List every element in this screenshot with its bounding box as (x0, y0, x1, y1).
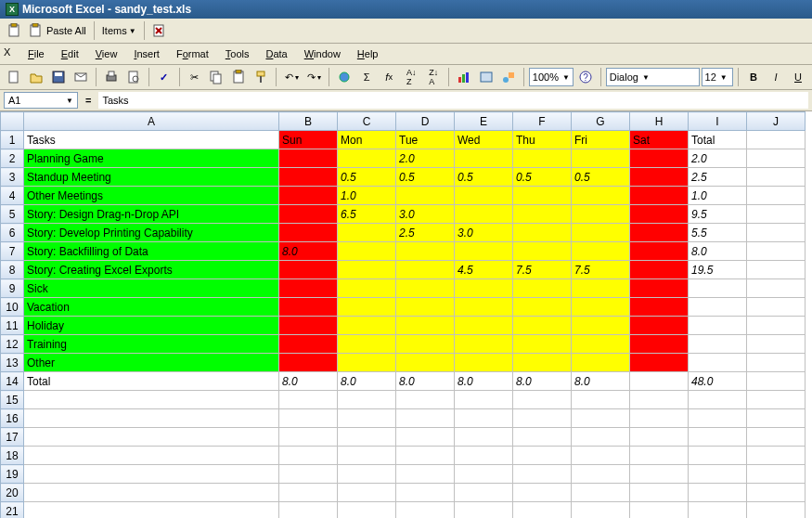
cell[interactable] (513, 409, 572, 428)
cut-icon[interactable]: ✂ (184, 67, 204, 87)
row-header[interactable]: 20 (1, 484, 24, 502)
cell[interactable] (455, 428, 513, 447)
font-size-select[interactable]: 12▼ (702, 68, 734, 86)
cell[interactable] (455, 502, 513, 519)
menu-insert[interactable]: Insert (126, 45, 167, 62)
cell[interactable]: 0.5 (396, 168, 455, 187)
cell[interactable]: Story: Develop Printing Capability (24, 224, 279, 242)
menu-file[interactable]: File (20, 45, 52, 62)
cell[interactable] (338, 279, 396, 298)
cell[interactable] (747, 335, 806, 354)
cell[interactable] (455, 354, 513, 372)
cell[interactable] (338, 261, 396, 279)
row-header[interactable]: 21 (1, 502, 24, 519)
undo-icon[interactable]: ↶▾ (281, 67, 302, 87)
cell[interactable] (513, 205, 572, 224)
cell[interactable] (455, 484, 513, 502)
cell[interactable] (572, 447, 630, 465)
cell[interactable] (338, 484, 396, 502)
cell[interactable] (513, 335, 572, 354)
col-header[interactable]: G (572, 112, 630, 131)
cell[interactable] (279, 391, 338, 409)
cell[interactable] (513, 298, 572, 317)
cell[interactable] (513, 354, 572, 372)
print-preview-icon[interactable] (123, 67, 144, 87)
cell[interactable]: 8.0 (279, 372, 338, 391)
clipboard-close-icon[interactable] (149, 20, 170, 41)
cell[interactable] (279, 428, 338, 447)
cell[interactable] (279, 168, 338, 187)
cell[interactable] (24, 502, 279, 519)
row-header[interactable]: 3 (1, 168, 24, 187)
select-all-corner[interactable] (1, 112, 24, 131)
cell[interactable]: Story: Creating Excel Exports (24, 261, 279, 279)
function-icon[interactable]: fx (379, 67, 399, 87)
items-dropdown[interactable]: Items▼ (99, 20, 139, 41)
open-icon[interactable] (26, 67, 46, 87)
cell[interactable] (455, 279, 513, 298)
cell[interactable] (279, 354, 338, 372)
cell[interactable] (455, 298, 513, 317)
col-header[interactable]: E (455, 112, 513, 131)
menu-format[interactable]: Format (169, 45, 216, 62)
cell[interactable]: 4.5 (455, 261, 513, 279)
cell[interactable] (747, 372, 806, 391)
cell[interactable]: Total (689, 131, 747, 149)
zoom-select[interactable]: 100%▼ (529, 68, 574, 86)
cell[interactable] (455, 149, 513, 168)
row-header[interactable]: 7 (1, 242, 24, 261)
cell[interactable] (630, 409, 689, 428)
cell[interactable]: Sat (630, 131, 689, 149)
cell[interactable] (338, 242, 396, 261)
cell[interactable] (338, 428, 396, 447)
cell[interactable] (338, 391, 396, 409)
col-header[interactable]: J (747, 112, 806, 131)
row-header[interactable]: 15 (1, 391, 24, 409)
cell[interactable] (689, 317, 747, 335)
cell[interactable] (572, 465, 630, 484)
cell[interactable] (513, 242, 572, 261)
menu-window[interactable]: Window (297, 45, 348, 62)
cell[interactable] (572, 391, 630, 409)
cell[interactable] (513, 502, 572, 519)
cell[interactable]: 1.0 (689, 187, 747, 205)
cell[interactable] (279, 317, 338, 335)
cell[interactable] (513, 391, 572, 409)
cell[interactable] (689, 335, 747, 354)
drawing-icon[interactable] (498, 67, 519, 87)
cell[interactable] (396, 335, 455, 354)
cell[interactable]: Tasks (24, 131, 279, 149)
cell[interactable]: Other Meetings (24, 187, 279, 205)
menu-data[interactable]: Data (258, 45, 294, 62)
menu-view[interactable]: View (88, 45, 125, 62)
cell[interactable]: 8.0 (513, 372, 572, 391)
cell[interactable] (513, 317, 572, 335)
cell[interactable] (455, 317, 513, 335)
cell[interactable]: 7.5 (572, 261, 630, 279)
cell[interactable] (572, 242, 630, 261)
cell[interactable] (572, 224, 630, 242)
cell[interactable] (630, 428, 689, 447)
name-box[interactable]: A1▼ (4, 92, 78, 109)
cell[interactable] (747, 428, 806, 447)
col-header[interactable]: F (513, 112, 572, 131)
cell[interactable] (396, 465, 455, 484)
spell-check-icon[interactable]: ✓ (154, 67, 174, 87)
cell[interactable] (689, 391, 747, 409)
cell[interactable] (279, 224, 338, 242)
cell[interactable] (689, 428, 747, 447)
cell[interactable] (630, 502, 689, 519)
cell[interactable] (396, 391, 455, 409)
menu-tools[interactable]: Tools (218, 45, 257, 62)
cell[interactable]: 8.0 (338, 372, 396, 391)
cell[interactable]: Total (24, 372, 279, 391)
cell[interactable] (396, 447, 455, 465)
cell[interactable]: 2.5 (396, 224, 455, 242)
cell[interactable] (572, 317, 630, 335)
cell[interactable]: Tue (396, 131, 455, 149)
row-header[interactable]: 8 (1, 261, 24, 279)
row-header[interactable]: 5 (1, 205, 24, 224)
cell[interactable] (513, 224, 572, 242)
paste-icon[interactable] (4, 20, 24, 41)
cell[interactable] (630, 354, 689, 372)
